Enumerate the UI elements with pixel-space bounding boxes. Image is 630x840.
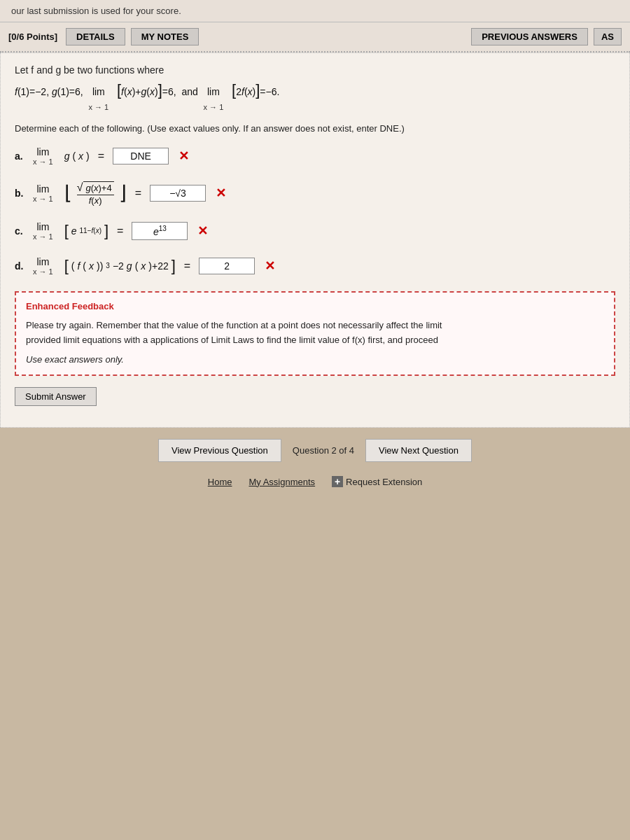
footer-bar: Home My Assignments + Request Extension [0, 469, 630, 501]
part-d-xmark: ✕ [265, 258, 275, 274]
lim-given1: lim x → 1 [88, 83, 108, 115]
header-bar: [0/6 Points] DETAILS MY NOTES PREVIOUS A… [0, 22, 630, 52]
lim-given2: lim x → 1 [204, 83, 224, 115]
part-c: c. lim x → 1 [ e11−f(x) ] = e13 ✕ [15, 221, 615, 241]
given-info: f(1)=−2, g(1)=6, lim x → 1 [f(x)+g(x)]=6… [15, 83, 615, 115]
extension-label: Request Extension [346, 477, 422, 487]
problem-intro: Let f and g be two functions where [15, 64, 615, 76]
assignments-link[interactable]: My Assignments [248, 477, 315, 487]
instruction: Determine each of the following. (Use ex… [15, 123, 615, 134]
details-button[interactable]: DETAILS [66, 28, 125, 46]
part-a-xmark: ✕ [178, 148, 189, 164]
as-button[interactable]: AS [594, 28, 622, 46]
main-content: Let f and g be two functions where f(1)=… [0, 52, 630, 428]
part-a: a. lim x → 1 g(x) = DNE ✕ [15, 146, 615, 166]
previous-answers-button[interactable]: PREVIOUS ANSWERS [471, 28, 588, 46]
top-notice: our last submission is used for your sco… [0, 0, 630, 22]
feedback-title: Enhanced Feedback [26, 300, 604, 314]
part-b-expr: lim x → 1 ⌊ √ g(x)+4 f(x) ⌋ [33, 181, 127, 206]
part-a-answer[interactable]: DNE [113, 148, 169, 164]
extension-link[interactable]: + Request Extension [332, 476, 422, 487]
part-a-expr: lim x → 1 g(x) [33, 146, 90, 166]
part-c-xmark: ✕ [197, 223, 208, 239]
points-label: [0/6 Points] [8, 31, 57, 42]
mynotes-button[interactable]: MY NOTES [131, 28, 200, 46]
feedback-box: Enhanced Feedback Please try again. Reme… [15, 291, 615, 376]
part-c-label: c. [15, 225, 27, 237]
part-c-answer[interactable]: e13 [132, 222, 188, 240]
notice-text: our last submission is used for your sco… [11, 6, 181, 16]
feedback-text2: provided limit equations with a applicat… [26, 333, 604, 348]
feedback-text3: Use exact answers only. [26, 353, 604, 368]
part-c-expr: lim x → 1 [ e11−f(x) ] [33, 221, 108, 241]
part-b-answer[interactable]: −√3 [150, 185, 206, 202]
feedback-text1: Please try again. Remember that the valu… [26, 318, 604, 333]
prev-question-button[interactable]: View Previous Question [158, 439, 281, 462]
next-question-button[interactable]: View Next Question [365, 439, 472, 462]
part-d-expr: lim x → 1 [ (f(x))3−2g(x)+22 ] [33, 256, 176, 276]
part-d-label: d. [15, 260, 27, 272]
part-d-answer[interactable]: 2 [199, 258, 255, 274]
part-b: b. lim x → 1 ⌊ √ g(x)+4 f(x) ⌋ = −√3 ✕ [15, 181, 615, 206]
part-b-label: b. [15, 188, 27, 199]
part-b-xmark: ✕ [216, 186, 226, 201]
part-d: d. lim x → 1 [ (f(x))3−2g(x)+22 ] = 2 ✕ [15, 256, 615, 276]
navigation-bar: View Previous Question Question 2 of 4 V… [0, 428, 630, 469]
submit-button[interactable]: Submit Answer [15, 387, 97, 406]
question-info: Question 2 of 4 [293, 445, 354, 456]
intro-text: Let f and g be two functions where [15, 64, 164, 76]
plus-icon: + [332, 476, 343, 487]
part-a-label: a. [15, 150, 27, 162]
home-link[interactable]: Home [208, 477, 232, 487]
